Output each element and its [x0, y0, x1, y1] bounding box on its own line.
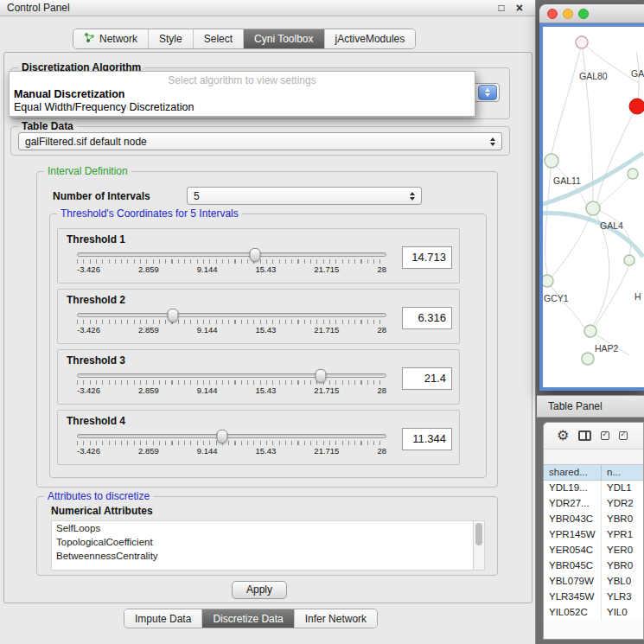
table-row[interactable]: YBL079WYBL0 — [544, 574, 643, 590]
combobox-stepper-icon[interactable] — [478, 85, 497, 100]
tab-discretize-data[interactable]: Discretize Data — [202, 609, 294, 628]
algorithm-placeholder-option[interactable]: Select algorithm to view settings — [10, 72, 475, 87]
select-all-checkbox-icon[interactable] — [601, 431, 609, 440]
table-spacer — [544, 450, 643, 464]
tab-label: Impute Data — [135, 613, 191, 625]
tab-label: Infer Network — [305, 613, 367, 625]
threshold-3-value-field[interactable]: 21.4 — [402, 367, 452, 390]
threshold-coordinates-group: Threshold's Coordinates for 5 Intervals … — [49, 214, 487, 478]
table-row[interactable]: YLR345WYLR3 — [544, 590, 643, 605]
slider-scale: -3.4262.8599.14415.4321.71528 — [77, 265, 386, 274]
close-icon[interactable]: × — [516, 3, 523, 13]
threshold-1-slider: -3.4262.8599.14415.4321.71528 — [77, 252, 386, 274]
select-none-checkbox-icon[interactable] — [619, 431, 628, 440]
network-icon — [84, 32, 95, 46]
algorithm-dropdown-popup: Select algorithm to view settings Manual… — [9, 71, 475, 117]
attributes-title: Attributes to discretize — [44, 490, 153, 503]
node-label: GAL80 — [579, 71, 608, 81]
interval-definition-group: Interval Definition Number of Intervals … — [36, 171, 498, 488]
slider-scale: -3.4262.8599.14415.4321.71528 — [77, 325, 386, 335]
network-node[interactable] — [624, 255, 634, 265]
threshold-2-value-field[interactable]: 6.316 — [402, 307, 452, 329]
network-window-titlebar — [539, 4, 644, 23]
slider-scale: -3.4262.8599.14415.4321.71528 — [77, 386, 386, 395]
network-node[interactable] — [576, 36, 588, 48]
tab-jactivemodules[interactable]: jActiveModules — [325, 29, 416, 48]
tab-network[interactable]: Network — [73, 29, 149, 48]
network-node[interactable] — [545, 154, 558, 168]
control-panel-titlebar: Control Panel □ × — [0, 0, 535, 16]
close-traffic-light-icon[interactable] — [547, 9, 558, 19]
threshold-3-slider: -3.4262.8599.14415.4321.71528 — [77, 373, 386, 395]
column-header-name[interactable]: n... — [602, 465, 643, 480]
attributes-scrollbar[interactable] — [473, 521, 484, 570]
network-node[interactable] — [628, 169, 638, 179]
table-row[interactable]: YER054CYER0 — [544, 543, 643, 558]
attributes-group: Attributes to discretize Numerical Attri… — [36, 496, 498, 576]
network-canvas[interactable]: GAL80 GA GAL11 GAL4 GCY1 H HAP2 — [543, 27, 644, 387]
tab-select[interactable]: Select — [194, 29, 244, 48]
node-label: H — [634, 291, 641, 302]
table-data-combobox[interactable]: galFiltered.sif default node — [18, 132, 502, 150]
table-row[interactable]: YPR145WYPR1 — [544, 527, 643, 543]
tab-cyni-toolbox[interactable]: Cyni Toolbox — [244, 29, 324, 48]
number-of-intervals-value: 5 — [194, 190, 200, 202]
threshold-4-value-field[interactable]: 11.344 — [402, 428, 452, 450]
slider-thumb[interactable] — [217, 430, 228, 443]
table-row[interactable]: YDL19...YDL1 — [544, 481, 643, 496]
window-controls: □ × — [499, 3, 523, 13]
attributes-scrollbar-thumb[interactable] — [475, 523, 482, 545]
slider-track[interactable] — [77, 373, 386, 378]
table-row[interactable]: YDR27...YDR2 — [544, 496, 643, 512]
slider-thumb[interactable] — [250, 248, 261, 262]
network-node[interactable] — [584, 325, 596, 337]
tab-infer-network[interactable]: Infer Network — [295, 609, 377, 628]
node-label: GCY1 — [544, 293, 569, 303]
list-item[interactable]: TopologicalCoefficient — [52, 535, 484, 549]
network-node[interactable] — [582, 353, 594, 365]
tab-label: Style — [159, 33, 182, 45]
column-header-shared-name[interactable]: shared... — [544, 465, 602, 480]
gear-icon[interactable]: ⚙ — [557, 429, 569, 443]
algorithm-option-equal-width[interactable]: Equal Width/Frequency Discretization — [10, 100, 475, 113]
control-panel: Control Panel □ × Network Style Select C… — [0, 0, 536, 644]
table-panel-window: ⚙ shared... n... YDL19...YDL1 YDR27...YD… — [543, 422, 644, 640]
list-item[interactable]: SelfLoops — [52, 521, 484, 535]
list-item[interactable]: BetweennessCentrality — [52, 549, 484, 563]
slider-track[interactable] — [77, 252, 386, 257]
tab-impute-data[interactable]: Impute Data — [124, 609, 202, 628]
table-row[interactable]: YIL052CYIL0 — [544, 605, 643, 621]
slider-thumb[interactable] — [168, 309, 179, 322]
minimize-traffic-light-icon[interactable] — [563, 9, 573, 19]
numerical-attributes-list: SelfLoops TopologicalCoefficient Between… — [51, 520, 485, 571]
threshold-3-panel: Threshold 3 -3.4262.8599.14415.4321.7152… — [57, 349, 460, 405]
slider-thumb[interactable] — [316, 369, 327, 383]
zoom-traffic-light-icon[interactable] — [578, 9, 589, 19]
tab-label: Discretize Data — [213, 613, 283, 625]
network-node-selected[interactable] — [629, 99, 644, 114]
threshold-3-label: Threshold 3 — [67, 354, 125, 367]
node-label: GAL4 — [600, 220, 623, 231]
algorithm-option-manual[interactable]: Manual Discretization — [10, 87, 475, 100]
network-node[interactable] — [543, 275, 553, 287]
threshold-2-slider: -3.4262.8599.14415.4321.71528 — [77, 313, 386, 335]
threshold-1-value-field[interactable]: 14.713 — [402, 246, 452, 269]
number-of-intervals-combobox[interactable]: 5 — [187, 187, 422, 205]
network-node[interactable] — [586, 201, 600, 215]
float-window-icon[interactable]: □ — [499, 3, 505, 13]
network-view-window: GAL80 GA GAL11 GAL4 GCY1 H HAP2 — [539, 4, 644, 391]
table-row[interactable]: YBR043CYBR0 — [544, 512, 643, 527]
node-table: shared... n... YDL19...YDL1 YDR27...YDR2… — [544, 450, 643, 639]
apply-button[interactable]: Apply — [232, 581, 287, 599]
slider-ticks — [77, 441, 386, 445]
table-header-row: shared... n... — [544, 464, 643, 481]
tab-style[interactable]: Style — [149, 29, 194, 48]
table-data-value: galFiltered.sif default node — [25, 136, 147, 148]
slider-ticks — [77, 380, 386, 385]
slider-track[interactable] — [77, 313, 386, 317]
threshold-4-label: Threshold 4 — [67, 415, 125, 427]
slider-track[interactable] — [77, 434, 386, 438]
threshold-1-label: Threshold 1 — [67, 233, 125, 245]
columns-icon[interactable] — [578, 430, 591, 441]
table-row[interactable]: YBR045CYBR0 — [544, 558, 643, 574]
